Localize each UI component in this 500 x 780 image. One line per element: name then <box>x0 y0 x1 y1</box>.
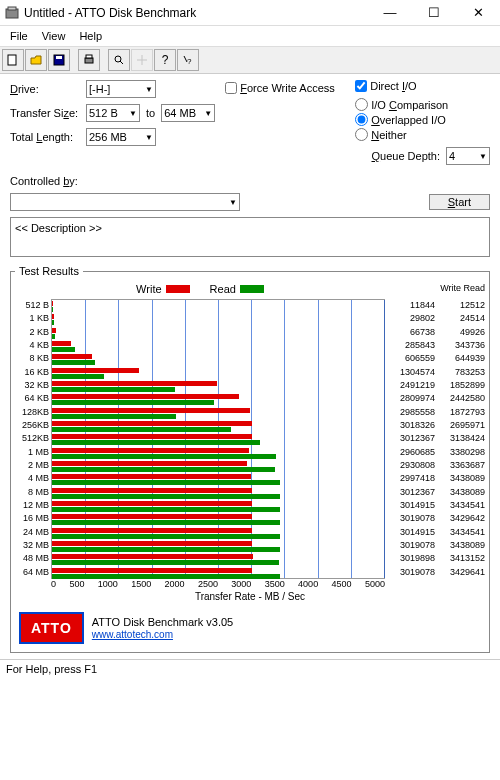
svg-rect-5 <box>85 58 93 63</box>
window-title: Untitled - ATTO Disk Benchmark <box>24 6 372 20</box>
window-controls: — ☐ ✕ <box>372 3 496 23</box>
write-swatch <box>166 285 190 293</box>
write-bar <box>52 488 252 493</box>
transfer-to-select[interactable]: 64 MB▼ <box>161 104 215 122</box>
description-box[interactable]: << Description >> <box>10 217 490 257</box>
write-bar <box>52 368 139 373</box>
controlled-by-label: Controlled by: <box>10 175 78 187</box>
read-bar <box>52 427 231 432</box>
drive-label: Drive: <box>10 83 80 95</box>
minimize-button[interactable]: — <box>372 3 408 23</box>
start-button[interactable]: Start <box>429 194 490 210</box>
read-bar <box>52 374 104 379</box>
toolbar: ? ? <box>0 47 500 74</box>
results-legend: Test Results <box>15 265 83 277</box>
queue-depth-select[interactable]: 4▼ <box>446 147 490 165</box>
radio-overlapped[interactable]: Overlapped I/O <box>355 113 490 126</box>
read-bar <box>52 480 280 485</box>
read-bar <box>52 520 280 525</box>
close-button[interactable]: ✕ <box>460 3 496 23</box>
read-bar <box>52 307 53 312</box>
write-bar <box>52 354 92 359</box>
atto-logo: ATTO <box>19 612 84 644</box>
chart-area: Write Read Write Read 512 B1 KB2 KB4 KB8… <box>15 283 485 602</box>
write-bar <box>52 554 253 559</box>
col-write: Write <box>440 283 461 293</box>
read-bar <box>52 560 279 565</box>
drive-select[interactable]: [-H-]▼ <box>86 80 156 98</box>
read-bar <box>52 440 260 445</box>
write-bar <box>52 314 54 319</box>
read-bar <box>52 467 275 472</box>
maximize-button[interactable]: ☐ <box>416 3 452 23</box>
status-bar: For Help, press F1 <box>0 659 500 678</box>
write-bar <box>52 568 252 573</box>
x-axis-label: Transfer Rate - MB / Sec <box>15 591 485 602</box>
read-bar <box>52 334 55 339</box>
transfer-size-label: Transfer Size: <box>10 107 80 119</box>
to-label: to <box>146 107 155 119</box>
menu-help[interactable]: Help <box>73 28 108 44</box>
read-bar <box>52 347 75 352</box>
read-bar <box>52 387 175 392</box>
open-button[interactable] <box>25 49 47 71</box>
main-content: Drive: [-H-]▼ Transfer Size: 512 B▼ to 6… <box>0 74 500 659</box>
col-read: Read <box>463 283 485 293</box>
write-bar <box>52 394 239 399</box>
new-button[interactable] <box>2 49 24 71</box>
read-bar <box>52 494 280 499</box>
write-bar <box>52 461 247 466</box>
menu-file[interactable]: File <box>4 28 34 44</box>
io-mode-group: I/O Comparison Overlapped I/O Neither <box>355 98 490 141</box>
direct-io-checkbox[interactable]: Direct I/O <box>355 80 490 92</box>
x-axis-ticks: 0500100015002000250030003500400045005000 <box>51 579 485 589</box>
print-button[interactable] <box>78 49 100 71</box>
product-name: ATTO Disk Benchmark v3.05 <box>92 616 233 628</box>
value-columns: 1184412512298022451466738499262858433437… <box>385 299 485 579</box>
svg-rect-1 <box>8 7 16 10</box>
write-bar <box>52 328 56 333</box>
queue-depth-label: Queue Depth: <box>372 150 441 162</box>
svg-line-8 <box>120 61 123 64</box>
read-bar <box>52 360 95 365</box>
svg-rect-4 <box>56 56 62 59</box>
write-bar <box>52 341 71 346</box>
read-swatch <box>240 285 264 293</box>
write-bar <box>52 381 217 386</box>
read-bar <box>52 574 280 579</box>
context-help-button[interactable]: ? <box>177 49 199 71</box>
plot-area <box>51 299 385 579</box>
radio-neither[interactable]: Neither <box>355 128 490 141</box>
svg-rect-2 <box>8 55 16 65</box>
read-bar <box>52 414 176 419</box>
write-bar <box>52 528 252 533</box>
controlled-by-select[interactable]: ▼ <box>10 193 240 211</box>
preview-button[interactable] <box>108 49 130 71</box>
write-bar <box>52 514 252 519</box>
radio-comparison[interactable]: I/O Comparison <box>355 98 490 111</box>
write-bar <box>52 448 249 453</box>
menu-view[interactable]: View <box>36 28 72 44</box>
save-button[interactable] <box>48 49 70 71</box>
read-bar <box>52 320 54 325</box>
read-bar <box>52 534 280 539</box>
title-bar: Untitled - ATTO Disk Benchmark — ☐ ✕ <box>0 0 500 26</box>
read-bar <box>52 454 276 459</box>
read-bar <box>52 547 280 552</box>
write-bar <box>52 421 252 426</box>
force-write-checkbox[interactable]: Force Write Access <box>225 82 345 94</box>
help-button[interactable]: ? <box>154 49 176 71</box>
svg-rect-6 <box>86 55 92 58</box>
read-bar <box>52 400 214 405</box>
app-icon <box>4 5 20 21</box>
write-bar <box>52 474 251 479</box>
svg-text:?: ? <box>187 57 192 66</box>
read-bar <box>52 507 280 512</box>
transfer-from-select[interactable]: 512 B▼ <box>86 104 140 122</box>
move-button[interactable] <box>131 49 153 71</box>
length-label: Total Length: <box>10 131 80 143</box>
length-select[interactable]: 256 MB▼ <box>86 128 156 146</box>
website-link[interactable]: www.attotech.com <box>92 629 173 640</box>
write-bar <box>52 301 53 306</box>
y-axis-labels: 512 B1 KB2 KB4 KB8 KB16 KB32 KB64 KB128K… <box>15 299 51 579</box>
